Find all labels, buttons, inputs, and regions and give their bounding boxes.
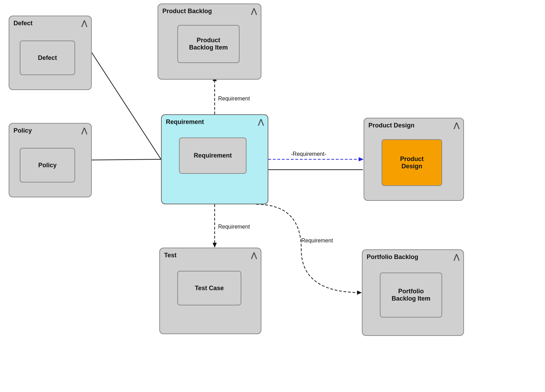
product-backlog-inner-box: Product Backlog Item: [177, 25, 240, 63]
product-design-label: Product Design: [368, 122, 414, 129]
defect-title: Defect ⋀: [9, 16, 91, 29]
requirement-title: Requirement ⋀: [162, 115, 268, 127]
svg-marker-9: [357, 291, 362, 295]
requirement-inner-box: Requirement: [179, 137, 247, 174]
portfolio-backlog-chevron-icon: ⋀: [454, 253, 459, 261]
svg-text:Requirement: Requirement: [218, 96, 250, 101]
product-design-box: Product Design ⋀ Product Design: [364, 118, 464, 201]
diagram-container: Requirement -Requirement- Requirement Re…: [0, 0, 545, 392]
defect-chevron-icon: ⋀: [81, 19, 87, 27]
policy-chevron-icon: ⋀: [81, 126, 87, 135]
defect-label: Defect: [14, 20, 33, 27]
test-inner-box: Test Case: [177, 271, 241, 305]
product-design-chevron-icon: ⋀: [454, 121, 459, 130]
svg-marker-6: [359, 157, 364, 161]
requirement-box: Requirement ⋀ Requirement: [161, 114, 268, 204]
product-design-inner-label: Product Design: [400, 155, 423, 170]
product-design-title: Product Design ⋀: [364, 118, 463, 131]
policy-title: Policy ⋀: [9, 124, 91, 136]
policy-inner-label: Policy: [38, 162, 56, 169]
svg-text:Requirement: Requirement: [218, 224, 250, 230]
svg-text:Requirement: Requirement: [301, 238, 333, 243]
portfolio-backlog-title: Portfolio Backlog ⋀: [363, 250, 463, 262]
portfolio-backlog-inner-box: Portfolio Backlog Item: [380, 273, 442, 318]
portfolio-backlog-inner-label: Portfolio Backlog Item: [392, 288, 430, 302]
product-backlog-label: Product Backlog: [162, 8, 212, 15]
test-box: Test ⋀ Test Case: [159, 248, 261, 334]
test-label: Test: [164, 252, 177, 259]
product-backlog-box: Product Backlog ⋀ Product Backlog Item: [158, 3, 261, 80]
test-inner-label: Test Case: [195, 285, 224, 292]
defect-inner-box: Defect: [20, 41, 75, 75]
product-backlog-inner-label: Product Backlog Item: [189, 37, 228, 51]
defect-inner-label: Defect: [38, 54, 57, 62]
requirement-chevron-icon: ⋀: [258, 118, 263, 126]
portfolio-backlog-box: Portfolio Backlog ⋀ Portfolio Backlog It…: [362, 249, 464, 336]
svg-line-4: [92, 159, 161, 160]
test-title: Test ⋀: [160, 248, 261, 261]
policy-box: Policy ⋀ Policy: [9, 123, 92, 197]
product-design-inner-box: Product Design: [382, 139, 442, 186]
svg-marker-12: [213, 243, 217, 248]
policy-label: Policy: [14, 127, 32, 134]
requirement-label: Requirement: [166, 118, 204, 126]
product-backlog-title: Product Backlog ⋀: [158, 4, 261, 17]
test-chevron-icon: ⋀: [251, 251, 257, 259]
svg-text:-Requirement-: -Requirement-: [291, 151, 326, 157]
portfolio-backlog-label: Portfolio Backlog: [367, 253, 418, 261]
defect-box: Defect ⋀ Defect: [9, 16, 92, 90]
policy-inner-box: Policy: [20, 148, 75, 182]
svg-line-3: [92, 53, 161, 159]
requirement-inner-label: Requirement: [194, 152, 232, 159]
product-backlog-chevron-icon: ⋀: [251, 7, 257, 15]
